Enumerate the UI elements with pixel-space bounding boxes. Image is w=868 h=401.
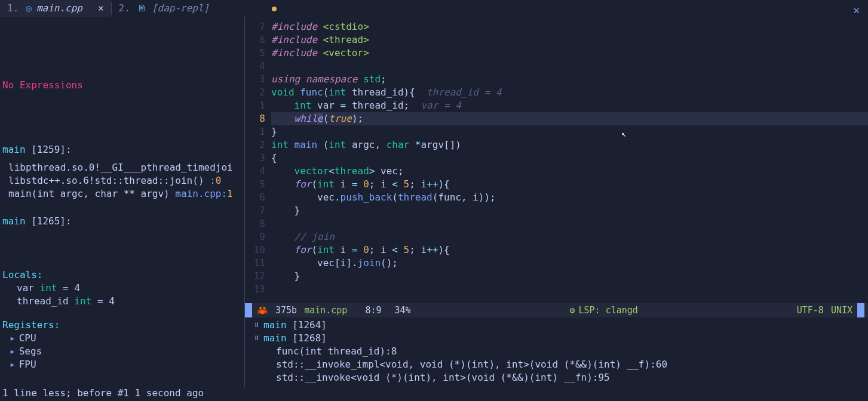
debug-threads-pane: ⏸main [1264]⏸main [1268]func(int thread_… <box>245 317 868 388</box>
thread-pid: [1265]: <box>31 215 71 227</box>
locals-title: Locals: <box>2 269 244 282</box>
mode-indicator <box>245 303 252 317</box>
file-size: 375b <box>275 304 297 317</box>
code-area[interactable]: 7654321812345678910111213 #include <cstd… <box>245 17 868 303</box>
thread-name: main <box>2 215 26 227</box>
thread-entry[interactable]: ⏸main [1264] <box>262 319 868 332</box>
tab-bar: 1. ◎ main.cpp × 2. 🗎 [dap-repl] <box>0 0 868 17</box>
main-area: No Expressions main [1259]: libpthread.s… <box>0 17 868 388</box>
code-body[interactable]: #include <cstdio>#include <thread>#inclu… <box>271 20 868 303</box>
gear-icon: ⚙ <box>569 304 575 317</box>
thread-name: main <box>2 144 26 155</box>
tab-number: 2. <box>119 2 130 15</box>
local-variable[interactable]: thread_id int = 4 <box>2 295 244 308</box>
register-group[interactable]: ▸Segs <box>2 345 244 358</box>
editor-pane: 7654321812345678910111213 #include <cstd… <box>245 17 868 388</box>
file-format: UNIX <box>831 304 852 317</box>
tab-main-cpp[interactable]: 1. ◎ main.cpp × <box>0 0 111 17</box>
thread-pid: [1259]: <box>31 144 71 155</box>
pause-icon: ⏸ <box>253 321 260 329</box>
encoding: UTF-8 <box>797 304 824 317</box>
chevron-right-icon: ▸ <box>10 359 16 370</box>
end-indicator <box>857 303 864 317</box>
callstack-thread-1[interactable]: main [1265]: <box>2 215 244 228</box>
local-variable[interactable]: var int = 4 <box>2 282 244 295</box>
stack-frame[interactable]: libstdc++.so.6!std::thread::join() :0 <box>2 174 244 187</box>
lsp-status: LSP: clangd <box>578 304 637 317</box>
close-editor-icon[interactable]: ✕ <box>853 4 860 17</box>
stack-frame[interactable]: main(int argc, char ** argv) main.cpp:1 <box>2 187 244 200</box>
tab-dap-repl[interactable]: 2. 🗎 [dap-repl] <box>112 0 217 17</box>
crab-icon: 🦀 <box>257 304 268 317</box>
stack-frame[interactable]: libpthread.so.0!__GI___pthread_timedjoi <box>2 161 244 174</box>
thread-stack-frame[interactable]: std::__invoke<void (*)(int), int>(void (… <box>262 371 868 384</box>
pause-icon: ⏸ <box>253 334 260 342</box>
thread-stack-frame[interactable]: std::__invoke_impl<void, void (*)(int), … <box>262 358 868 371</box>
file-icon: 🗎 <box>137 2 147 15</box>
command-message: 1 line less; before #1 1 second ago <box>2 387 204 400</box>
register-group[interactable]: ▸FPU <box>2 358 244 371</box>
watches-empty: No Expressions <box>2 79 244 92</box>
thread-stack-frame[interactable]: func(int thread_id):8 <box>262 345 868 358</box>
tab-filename: [dap-repl] <box>152 2 209 15</box>
status-line: 🦀 375b main.cpp 8:9 34% ⚙ LSP: clangd UT… <box>245 303 868 317</box>
c-file-icon: ◎ <box>26 2 32 15</box>
modified-dot-icon <box>272 7 277 11</box>
callstack-thread-0[interactable]: main [1259]: <box>2 143 244 156</box>
status-filename: main.cpp <box>304 304 347 317</box>
chevron-right-icon: ▸ <box>10 346 16 357</box>
line-gutter: 7654321812345678910111213 <box>245 20 271 303</box>
close-tab-icon[interactable]: × <box>98 2 104 15</box>
thread-entry[interactable]: ⏸main [1268] <box>262 332 868 345</box>
cursor-position: 8:9 <box>365 304 381 317</box>
registers-title: Registers: <box>2 319 244 332</box>
register-group[interactable]: ▸CPU <box>2 332 244 345</box>
tab-filename: main.cpp <box>36 2 82 15</box>
debug-sidebar: No Expressions main [1259]: libpthread.s… <box>0 17 245 388</box>
tab-number: 1. <box>7 2 19 15</box>
chevron-right-icon: ▸ <box>10 332 16 344</box>
scroll-percent: 34% <box>394 304 410 317</box>
